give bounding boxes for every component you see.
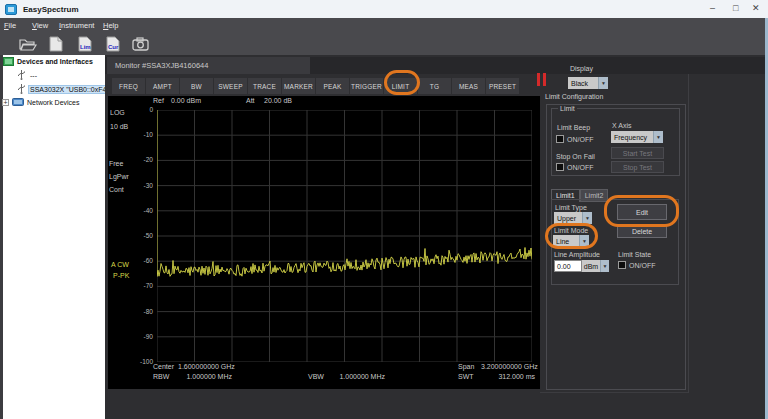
x-axis-label: X Axis (612, 122, 631, 129)
softkey-bw[interactable]: BW (180, 78, 213, 94)
detector-label: P-PK (113, 272, 129, 279)
vbw-value: 1.000000 MHz (338, 373, 385, 380)
line-amplitude-field[interactable]: 0.00 dBm ▼ (554, 260, 609, 272)
span-label: Span (458, 363, 474, 370)
limit-beep-label: Limit Beep (557, 124, 590, 131)
limit-configuration-title: Limit Configuration (545, 93, 603, 100)
chevron-down-icon: ▼ (653, 131, 663, 143)
usb-icon (17, 84, 26, 94)
highlight-oval-edit (604, 195, 679, 227)
limit-state-onoff[interactable]: ON/OFF (618, 261, 655, 269)
sweep-mode-label: Cont (109, 186, 124, 193)
vbw-label: VBW (308, 373, 324, 380)
menu-help[interactable]: Help (103, 21, 118, 30)
x-axis-dropdown[interactable]: Frequency ▼ (611, 131, 663, 143)
softkey-sweep[interactable]: SWEEP (214, 78, 247, 94)
y-tick-label: -40 (131, 207, 153, 214)
minimize-icon[interactable]: – (710, 3, 715, 13)
tab-monitor[interactable]: Monitor #SSA3XJB4160644 (107, 57, 310, 74)
panel-divider (688, 57, 689, 393)
scale-div-label: 10 dB (110, 123, 128, 130)
att-value: 20.00 dB (264, 97, 292, 104)
start-test-button[interactable]: Start Test (611, 147, 664, 159)
highlight-oval-mode (545, 223, 598, 249)
y-tick-label: -70 (131, 282, 153, 289)
spectrum-plot (157, 110, 532, 362)
save-file-icon[interactable] (44, 35, 67, 53)
softkey-trigger[interactable]: TRIGGER (350, 78, 383, 94)
chevron-down-icon: ▼ (598, 77, 608, 89)
tree-item-network-devices[interactable]: + Network Devices (2, 98, 80, 107)
center-label: Center (153, 363, 174, 370)
stop-on-fail-onoff[interactable]: ON/OFF (556, 163, 593, 171)
display-dropdown[interactable]: Black ▼ (568, 77, 608, 89)
softkey-row: FREQ AMPT BW SWEEP TRACE MARKER PEAK TRI… (112, 78, 519, 94)
swt-label: SWT (458, 373, 474, 380)
menu-bar: File View Instrument Help (0, 18, 768, 33)
y-tick-label: -90 (131, 333, 153, 340)
softkey-marker[interactable]: MARKER (282, 78, 315, 94)
title-bar: EasySpectrum – □ ✕ (0, 0, 768, 18)
menu-file[interactable]: File (4, 21, 16, 30)
scale-type-label: LOG (110, 109, 125, 116)
cursor-file-icon[interactable]: Cur (101, 35, 124, 53)
tree-item-usb-empty[interactable]: --- (17, 70, 37, 80)
network-devices-icon (12, 98, 24, 107)
limit-beep-checkbox[interactable] (556, 135, 564, 143)
limit-file-icon[interactable]: Lim (73, 35, 96, 53)
tree-item-ssa3032x[interactable]: SSA3032X "USB0::0xF4EC::0 (17, 84, 105, 94)
rbw-label: RBW (153, 373, 169, 380)
y-tick-label: -10 (131, 131, 153, 138)
close-icon[interactable]: ✕ (752, 3, 760, 13)
device-tree-panel (3, 55, 105, 419)
easyspectrum-window: EasySpectrum – □ ✕ File View Instrument … (0, 0, 768, 419)
limit-type-label: Limit Type (555, 204, 587, 211)
menu-instrument[interactable]: Instrument (59, 21, 94, 30)
usb-icon (17, 70, 26, 80)
limit-beep-onoff[interactable]: ON/OFF (556, 135, 593, 143)
window-title: EasySpectrum (23, 5, 79, 14)
softkey-trace[interactable]: TRACE (248, 78, 281, 94)
tree-item-devices-root[interactable]: Devices and Interfaces (3, 57, 93, 66)
y-tick-label: -100 (131, 358, 153, 365)
rbw-value: 1.000000 MHz (185, 373, 232, 380)
svg-text:Cur: Cur (108, 44, 119, 50)
limit-state-label: Limit State (618, 251, 651, 258)
softkey-peak[interactable]: PEAK (316, 78, 349, 94)
softkey-preset[interactable]: PRESET (486, 78, 519, 94)
stop-on-fail-label: Stop On Fail (556, 153, 595, 160)
y-tick-label: -50 (131, 232, 153, 239)
stop-on-fail-checkbox[interactable] (556, 163, 564, 171)
pause-icon[interactable] (537, 73, 546, 86)
trigger-mode-label: Free (109, 160, 123, 167)
softkey-ampt[interactable]: AMPT (146, 78, 179, 94)
maximize-icon[interactable]: □ (733, 3, 738, 13)
chevron-down-icon: ▼ (600, 260, 609, 272)
att-label: Att (246, 97, 255, 104)
screenshot-camera-icon[interactable] (129, 35, 152, 53)
y-tick-label: 0 (131, 106, 153, 113)
trace-a-label: A CW (111, 261, 129, 268)
menu-view[interactable]: View (32, 21, 48, 30)
y-tick-label: -80 (131, 308, 153, 315)
monitor-tabbar: Monitor #SSA3XJB4160644 (105, 57, 765, 74)
swt-value: 312.000 ms (488, 373, 535, 380)
center-value: 1.600000000 GHz (178, 363, 232, 370)
ref-label: Ref (153, 97, 164, 104)
highlight-oval-limit (384, 70, 420, 95)
limit-state-checkbox[interactable] (618, 261, 626, 269)
open-folder-icon[interactable] (16, 35, 39, 53)
tool-bar: Lim Cur (0, 33, 768, 55)
expand-plus-icon[interactable]: + (2, 99, 9, 106)
app-icon (5, 4, 17, 15)
softkey-meas[interactable]: MEAS (452, 78, 485, 94)
softkey-freq[interactable]: FREQ (112, 78, 145, 94)
svg-text:Lim: Lim (80, 44, 91, 50)
softkey-tg[interactable]: TG (418, 78, 451, 94)
panel-bottom-border (540, 392, 688, 393)
stop-test-button[interactable]: Stop Test (611, 161, 664, 173)
devices-icon (3, 57, 14, 66)
line-amplitude-label: Line Amplitude (554, 251, 600, 258)
y-tick-label: -60 (131, 257, 153, 264)
ref-value: 0.00 dBm (171, 97, 201, 104)
